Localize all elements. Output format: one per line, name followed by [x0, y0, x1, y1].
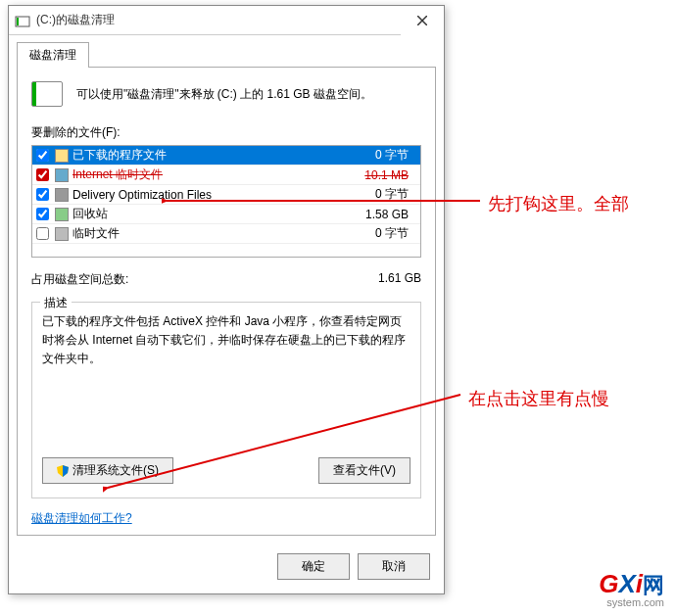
file-row[interactable]: Delivery Optimization Files0 字节: [32, 185, 420, 205]
description-text: 已下载的程序文件包括 ActiveX 控件和 Java 小程序，你查看特定网页时…: [42, 312, 410, 371]
svg-rect-1: [17, 18, 19, 25]
file-row[interactable]: 回收站1.58 GB: [32, 205, 420, 224]
temp-icon: [55, 227, 69, 241]
info-text: 可以使用"磁盘清理"来释放 (C:) 上的 1.61 GB 磁盘空间。: [76, 86, 372, 103]
tab-content: 可以使用"磁盘清理"来释放 (C:) 上的 1.61 GB 磁盘空间。 要删除的…: [17, 67, 436, 536]
file-checkbox[interactable]: [36, 149, 49, 162]
disk-cleanup-dialog: (C:)的磁盘清理 磁盘清理 可以使用"磁盘清理"来释放 (C:) 上的 1.6…: [8, 5, 445, 594]
total-row: 占用磁盘空间总数: 1.61 GB: [31, 271, 421, 288]
file-checkbox[interactable]: [36, 208, 49, 220]
tab-disk-cleanup[interactable]: 磁盘清理: [17, 42, 89, 68]
file-name: 已下载的程序文件: [72, 147, 375, 164]
file-checkbox[interactable]: [36, 168, 49, 181]
file-name: Internet 临时文件: [72, 166, 364, 183]
dialog-footer: 确定 取消: [9, 544, 444, 593]
annotation-text-1: 先打钩这里。全部: [488, 191, 654, 217]
opt-icon: [55, 188, 69, 202]
cancel-button[interactable]: 取消: [358, 553, 430, 580]
watermark-logo: GXi网 system.com: [599, 569, 664, 608]
file-size: 0 字节: [375, 147, 416, 164]
view-files-button[interactable]: 查看文件(V): [318, 457, 410, 484]
disk-usage-icon: [31, 81, 63, 107]
file-row[interactable]: Internet 临时文件10.1 MB: [32, 166, 420, 185]
description-title: 描述: [40, 295, 72, 311]
annotation-text-2: 在点击这里有点慢: [468, 387, 664, 410]
clean-system-files-button[interactable]: 清理系统文件(S): [42, 457, 173, 484]
clean-system-files-label: 清理系统文件(S): [72, 462, 159, 479]
uac-shield-icon: [57, 465, 69, 477]
disk-cleanup-icon: [15, 13, 30, 28]
file-row[interactable]: 临时文件0 字节: [32, 224, 420, 244]
file-size: 1.58 GB: [365, 208, 416, 221]
files-to-delete-label: 要删除的文件(F):: [31, 124, 421, 141]
file-checkbox[interactable]: [36, 227, 49, 240]
file-size: 10.1 MB: [364, 168, 416, 182]
ok-button[interactable]: 确定: [277, 553, 350, 580]
info-row: 可以使用"磁盘清理"来释放 (C:) 上的 1.61 GB 磁盘空间。: [31, 81, 421, 107]
close-button[interactable]: [401, 6, 444, 35]
file-list[interactable]: 已下载的程序文件0 字节Internet 临时文件10.1 MBDelivery…: [31, 145, 421, 258]
description-group: 描述 已下载的程序文件包括 ActiveX 控件和 Java 小程序，你查看特定…: [31, 302, 421, 498]
window-title: (C:)的磁盘清理: [36, 12, 401, 28]
total-value: 1.61 GB: [378, 271, 421, 288]
file-name: 回收站: [72, 206, 365, 222]
file-name: 临时文件: [72, 225, 375, 242]
view-files-label: 查看文件(V): [333, 462, 396, 479]
file-name: Delivery Optimization Files: [72, 188, 375, 202]
folder-icon: [55, 149, 69, 163]
help-link[interactable]: 磁盘清理如何工作?: [31, 510, 132, 527]
ie-icon: [55, 168, 69, 182]
tab-bar: 磁盘清理: [9, 35, 444, 67]
file-row[interactable]: 已下载的程序文件0 字节: [32, 146, 420, 166]
file-size: 0 字节: [375, 225, 416, 242]
file-size: 0 字节: [375, 186, 416, 203]
file-checkbox[interactable]: [36, 188, 49, 201]
total-label: 占用磁盘空间总数:: [31, 271, 378, 288]
titlebar: (C:)的磁盘清理: [9, 6, 444, 35]
recycle-icon: [55, 208, 69, 221]
